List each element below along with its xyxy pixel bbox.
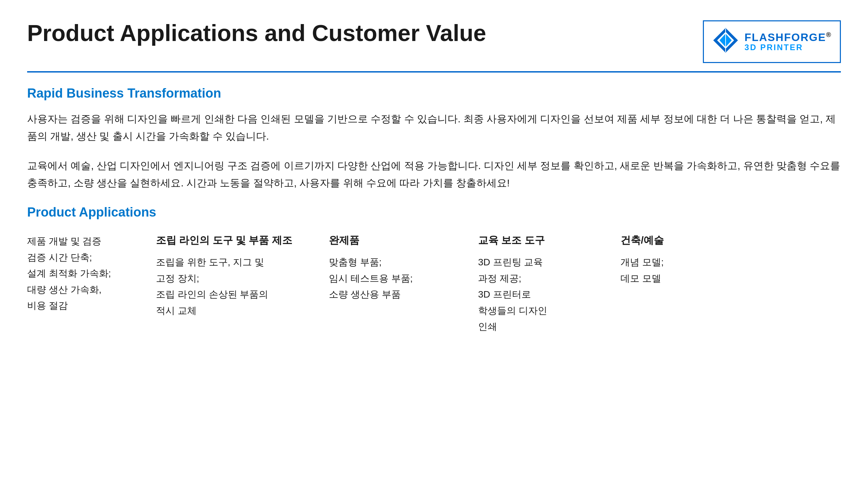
registered-symbol: ® — [826, 31, 832, 38]
page-container: Product Applications and Customer Value … — [0, 0, 868, 355]
page-title: Product Applications and Customer Value — [27, 20, 486, 46]
applications-grid: 제품 개발 및 검증 검증 시간 단축; 설계 최적화 가속화; 대량 생산 가… — [27, 233, 841, 335]
app-column-5: 건축/예술 개념 모델; 데모 모델 — [620, 233, 709, 335]
app-column-2-items: 조립을 위한 도구, 지그 및 고정 장치; 조립 라인의 손상된 부품의 적시… — [156, 254, 302, 319]
rapid-paragraph-1: 사용자는 검증을 위해 디자인을 빠르게 인쇄한 다음 인쇄된 모델을 기반으로… — [27, 110, 841, 145]
logo-brand: FLASHFORGE® — [745, 31, 832, 43]
logo-sub: 3D PRINTER — [745, 43, 803, 52]
app-column-5-items: 개념 모델; 데모 모델 — [620, 254, 709, 286]
app-column-1-items: 제품 개발 및 검증 검증 시간 단축; 설계 최적화 가속화; 대량 생산 가… — [27, 233, 129, 314]
product-applications-title: Product Applications — [27, 205, 841, 220]
app-column-3-title: 완제품 — [329, 233, 451, 247]
logo-container: FLASHFORGE® 3D PRINTER — [703, 20, 841, 63]
app-column-4-items: 3D 프린팅 교육 과정 제공; 3D 프린터로 학생들의 디자인 인쇄 — [478, 254, 593, 335]
app-column-3-items: 맞춤형 부품; 임시 테스트용 부품; 소량 생산용 부품 — [329, 254, 451, 303]
logo-text-area: FLASHFORGE® 3D PRINTER — [745, 31, 832, 52]
rapid-section: Rapid Business Transformation 사용자는 검증을 위… — [27, 86, 841, 191]
app-column-1: 제품 개발 및 검증 검증 시간 단축; 설계 최적화 가속화; 대량 생산 가… — [27, 233, 129, 335]
product-applications-section: Product Applications 제품 개발 및 검증 검증 시간 단축… — [27, 205, 841, 335]
app-column-4: 교육 보조 도구 3D 프린팅 교육 과정 제공; 3D 프린터로 학생들의 디… — [478, 233, 593, 335]
logo-brand-text: FLASHFORGE — [745, 31, 826, 43]
rapid-paragraph-2: 교육에서 예술, 산업 디자인에서 엔지니어링 구조 검증에 이르기까지 다양한… — [27, 157, 841, 191]
app-column-2: 조립 라인의 도구 및 부품 제조 조립을 위한 도구, 지그 및 고정 장치;… — [156, 233, 302, 335]
flashforge-diamond-icon — [712, 27, 739, 54]
app-column-5-title: 건축/예술 — [620, 233, 709, 247]
app-column-3: 완제품 맞춤형 부품; 임시 테스트용 부품; 소량 생산용 부품 — [329, 233, 451, 335]
rapid-transformation-title: Rapid Business Transformation — [27, 86, 841, 101]
app-column-4-title: 교육 보조 도구 — [478, 233, 593, 247]
header-section: Product Applications and Customer Value … — [27, 20, 841, 63]
app-column-2-title: 조립 라인의 도구 및 부품 제조 — [156, 233, 302, 247]
header-divider — [27, 71, 841, 73]
